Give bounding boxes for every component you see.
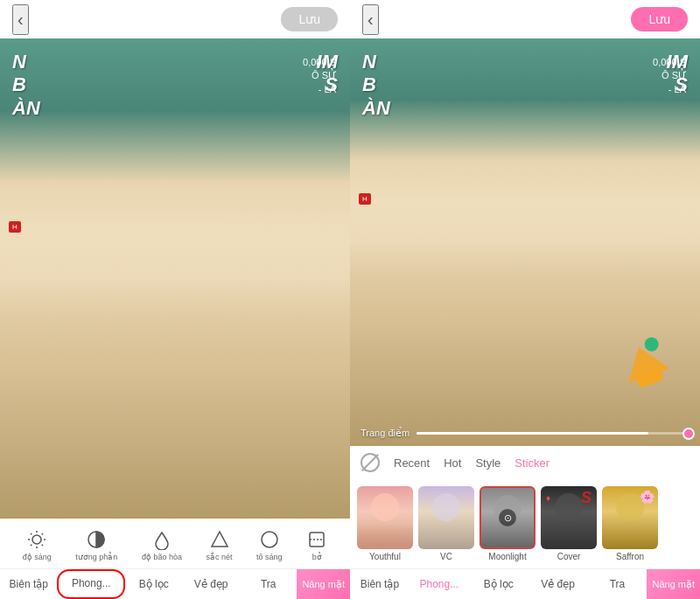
left-top-bar: ‹ Lưu	[0, 0, 350, 38]
filter-vc-img	[418, 486, 474, 549]
recent-tab[interactable]: Recent	[394, 456, 430, 470]
brightness-tool[interactable]: độ sáng	[23, 529, 52, 561]
right-tab-bien-tap[interactable]: Biên tập	[350, 569, 410, 599]
svg-point-11	[262, 532, 277, 547]
left-photo-area: NBÀN IMS H 0,000.S Ô SỬ - LA	[0, 38, 350, 519]
left-nang-mat-button[interactable]: Nâng mặt	[297, 569, 350, 599]
left-panel: ‹ Lưu NBÀN IMS H 0,000.S Ô SỬ - LA	[0, 0, 350, 599]
left-tab-bo-loc[interactable]: Bộ lọc	[125, 569, 182, 599]
right-top-bar: ‹ Lưu	[350, 0, 700, 38]
left-photo-bg: NBÀN IMS H 0,000.S Ô SỬ - LA	[0, 38, 350, 519]
right-back-button[interactable]: ‹	[362, 4, 379, 35]
svg-line-5	[31, 533, 32, 534]
right-tab-bo-loc[interactable]: Bộ lọc	[469, 569, 528, 599]
filter-youthful-img	[357, 486, 413, 549]
filter-moonlight-img: ⊙	[480, 486, 536, 549]
filter-cover[interactable]: S ♦ Cover	[541, 486, 597, 561]
brightness-label: độ sáng	[23, 553, 52, 561]
svg-point-16	[642, 335, 661, 353]
left-back-button[interactable]: ‹	[12, 4, 29, 35]
filter-vc[interactable]: VC	[418, 486, 474, 561]
right-tab-phong[interactable]: Phong...	[410, 569, 469, 599]
saturation-tool[interactable]: độ bão hòa	[142, 529, 182, 561]
right-photo-text-left: NBÀN	[362, 51, 390, 120]
right-photo-bg: NBÀN IMS H 0,000.S Ô SỬ - LA	[350, 38, 700, 446]
left-tab-ve-dep[interactable]: Vẻ đẹp	[182, 569, 239, 599]
saturation-label: độ bão hòa	[142, 553, 182, 561]
left-tab-tra[interactable]: Tra	[240, 569, 297, 599]
filter-saffron[interactable]: 🌸 Saffron	[602, 486, 658, 561]
right-tab-tra[interactable]: Tra	[588, 569, 648, 599]
left-tool-bar: độ sáng tương phản độ bão hòa	[0, 519, 350, 568]
slider-fill	[416, 432, 648, 435]
filter-youthful-label: Youthful	[369, 552, 401, 561]
left-tab-bien-tap[interactable]: Biên tập	[0, 569, 57, 599]
left-tool-icons: độ sáng tương phản độ bão hòa	[4, 526, 346, 565]
slider-track[interactable]	[416, 432, 690, 435]
filter-saffron-label: Saffron	[616, 552, 644, 561]
hand-pointer-icon	[612, 329, 674, 390]
style-tab-item[interactable]: Style	[475, 456, 500, 470]
svg-line-6	[42, 545, 43, 546]
left-tab-phong[interactable]: Phong...	[57, 569, 124, 599]
slider-bar-container: Trang điểm	[360, 428, 690, 439]
slider-label: Trang điểm	[360, 428, 410, 439]
filter-moonlight-label: Moonlight	[488, 552, 526, 561]
lock-overlay: ⊙	[499, 509, 516, 526]
svg-marker-10	[212, 532, 228, 547]
highlight-tool[interactable]: tô sáng	[256, 529, 283, 561]
left-save-button[interactable]: Lưu	[281, 7, 338, 31]
blur-tool[interactable]: bở	[306, 529, 327, 561]
highlight-label: tô sáng	[256, 553, 283, 561]
filter-cover-label: Cover	[557, 552, 581, 561]
right-tab-ve-dep[interactable]: Vẻ đẹp	[528, 569, 588, 599]
filter-youthful[interactable]: Youthful	[357, 486, 413, 561]
right-filter-tabs: Biên tập Phong... Bộ lọc Vẻ đẹp Tra Nâng…	[350, 568, 700, 599]
right-save-button[interactable]: Lưu	[631, 7, 688, 31]
right-photo-area: NBÀN IMS H 0,000.S Ô SỬ - LA	[350, 38, 700, 446]
right-nang-mat-button[interactable]: Nâng mặt	[647, 569, 700, 599]
right-panel: ‹ Lưu NBÀN IMS H 0,000.S Ô SỬ - LA	[350, 0, 700, 599]
sticker-tab[interactable]: Sticker	[514, 456, 550, 470]
filter-saffron-img: 🌸	[602, 486, 658, 549]
slider-thumb	[682, 428, 695, 440]
filter-thumbnails: Youthful VC ⊙ Moonlight S ♦ Cover	[350, 479, 700, 568]
hot-tab[interactable]: Hot	[444, 456, 461, 470]
svg-line-7	[31, 545, 32, 546]
filter-vc-label: VC	[440, 552, 452, 561]
filter-moonlight[interactable]: ⊙ Moonlight	[480, 486, 536, 561]
hand-icon-container	[612, 329, 674, 394]
filter-cover-img: S ♦	[541, 486, 597, 549]
left-photo-text-left: NBÀN	[12, 51, 40, 120]
sharpness-tool[interactable]: sắc nét	[206, 529, 233, 561]
left-filter-tabs: Biên tập Phong... Bộ lọc Vẻ đẹp Tra Nâng…	[0, 568, 350, 599]
right-style-tabs: Recent Hot Style Sticker	[350, 446, 700, 479]
svg-line-8	[42, 533, 43, 534]
no-filter-icon[interactable]	[360, 453, 380, 472]
blur-label: bở	[312, 553, 322, 561]
contrast-label: tương phản	[75, 553, 117, 561]
contrast-tool[interactable]: tương phản	[75, 529, 117, 561]
sharpness-label: sắc nét	[206, 553, 233, 561]
svg-point-0	[32, 535, 41, 544]
